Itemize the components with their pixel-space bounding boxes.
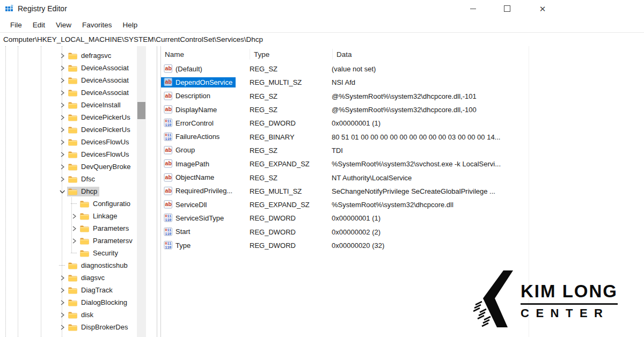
tree-item-deviceassociat[interactable]: DeviceAssociat [0, 86, 145, 99]
value-row-displayname[interactable]: abDisplayNameREG_SZ@%SystemRoot%\system3… [161, 103, 644, 116]
chevron-right-icon[interactable] [57, 127, 67, 133]
value-name[interactable]: abObjectName [161, 173, 217, 183]
value-row-type[interactable]: 011110TypeREG_DWORD0x00000020 (32) [161, 239, 644, 252]
chevron-right-icon[interactable] [57, 90, 67, 96]
tree-item-parametersv[interactable]: Parametersv [0, 235, 145, 247]
tree-item-devicesflowus[interactable]: DevicesFlowUs [0, 148, 145, 160]
value-name[interactable]: abServiceDll [161, 200, 210, 210]
value-name[interactable]: abDependOnService [161, 77, 236, 87]
value-name[interactable]: 011110ServiceSidType [161, 213, 227, 223]
tree-item-diagsvc[interactable]: diagsvc [0, 272, 145, 284]
value-row-description[interactable]: abDescriptionREG_SZ@%SystemRoot%\system3… [161, 90, 644, 103]
chevron-down-icon[interactable] [57, 188, 67, 195]
tree-item-linkage[interactable]: Linkage [0, 210, 145, 222]
menu-help[interactable]: Help [118, 19, 143, 31]
value-row-dependonservice[interactable]: abDependOnServiceREG_MULTI_SZNSI Afd [161, 76, 644, 89]
value-row--default-[interactable]: ab(Default)REG_SZ(value not set) [161, 62, 644, 76]
value-name[interactable]: 011110Type [161, 240, 194, 251]
address-bar[interactable]: Computer\HKEY_LOCAL_MACHINE\SYSTEM\Curre… [0, 32, 644, 47]
menu-edit[interactable]: Edit [27, 19, 50, 31]
tree-item-devquerybroke[interactable]: DevQueryBroke [0, 160, 145, 173]
folder-icon [68, 101, 77, 109]
value-row-servicesidtype[interactable]: 011110ServiceSidTypeREG_DWORD0x00000001 … [161, 211, 644, 225]
maximize-button[interactable] [498, 0, 516, 17]
folder-icon [68, 175, 77, 183]
value-data: 0x00000002 (2) [332, 228, 644, 236]
tree-item-deviceinstall[interactable]: DeviceInstall [0, 99, 145, 111]
column-header-data[interactable]: Data [333, 49, 644, 60]
value-type: REG_MULTI_SZ [250, 78, 332, 86]
chevron-right-icon[interactable] [57, 176, 67, 182]
value-data: TDI [332, 146, 644, 155]
tree-item-defragsvc[interactable]: defragsvc [0, 49, 145, 62]
chevron-right-icon[interactable] [57, 114, 67, 121]
chevron-right-icon[interactable] [57, 275, 67, 281]
value-row-requiredprivileg-[interactable]: abRequiredPrivileg...REG_MULTI_SZSeChang… [161, 185, 644, 198]
value-row-objectname[interactable]: abObjectNameREG_SZNT Authority\LocalServ… [161, 171, 644, 184]
value-row-failureactions[interactable]: 011110FailureActionsREG_BINARY80 51 01 0… [161, 130, 644, 143]
value-data: 0x00000001 (1) [332, 119, 644, 127]
minimize-button[interactable] [464, 0, 482, 17]
tree-item-deviceassociat[interactable]: DeviceAssociat [0, 62, 145, 74]
registry-editor-window: Registry Editor ✕ File Edit View Favorit… [0, 0, 644, 337]
value-row-start[interactable]: 011110StartREG_DWORD0x00000002 (2) [161, 225, 644, 239]
column-header-name[interactable]: Name [161, 49, 250, 60]
tree-item-devicepickerus[interactable]: DevicePickerUs [0, 123, 145, 136]
value-name[interactable]: 011110Start [161, 227, 193, 237]
value-name[interactable]: ab(Default) [161, 64, 206, 74]
chevron-right-icon[interactable] [57, 312, 67, 318]
value-name[interactable]: abDisplayName [161, 105, 220, 115]
chevron-right-icon[interactable] [69, 238, 79, 244]
chevron-right-icon[interactable] [57, 102, 67, 108]
tree-item-disk[interactable]: disk [0, 309, 145, 321]
menu-file[interactable]: File [5, 19, 27, 31]
tree-scrollbar-thumb[interactable] [137, 102, 145, 119]
chevron-right-icon[interactable] [69, 225, 79, 232]
column-header-type[interactable]: Type [250, 49, 333, 60]
tree-item-dialogblocking[interactable]: DialogBlocking [0, 296, 145, 309]
svg-text:110: 110 [165, 246, 172, 250]
tree-item-configuratio[interactable]: Configuratio [0, 197, 145, 210]
values-rows: ab(Default)REG_SZ(value not set)abDepend… [161, 62, 644, 252]
chevron-right-icon[interactable] [57, 324, 67, 331]
chevron-right-icon[interactable] [69, 213, 79, 219]
tree-item-label: diagsvc [80, 273, 107, 283]
tree-item-label: Dhcp [80, 187, 99, 196]
value-name[interactable]: abGroup [161, 145, 198, 156]
tree-item-dispbrokerdes[interactable]: DispBrokerDes [0, 321, 145, 333]
value-name[interactable]: 011110ErrorControl [161, 118, 217, 128]
tree-item-dfsc[interactable]: Dfsc [0, 173, 145, 185]
tree-item-deviceassociat[interactable]: DeviceAssociat [0, 74, 145, 86]
tree-item-label: DeviceAssociat [80, 63, 131, 73]
tree-item-dhcp[interactable]: Dhcp [0, 185, 145, 197]
close-button[interactable]: ✕ [533, 0, 552, 17]
chevron-right-icon[interactable] [57, 53, 67, 59]
tree-item-label: Dfsc [80, 174, 97, 184]
chevron-right-icon[interactable] [57, 65, 67, 71]
value-row-servicedll[interactable]: abServiceDllREG_EXPAND_SZ%SystemRoot%\sy… [161, 198, 644, 211]
tree-scrollbar[interactable] [137, 46, 146, 337]
chevron-right-icon[interactable] [57, 287, 67, 294]
panel-splitter[interactable] [157, 46, 161, 337]
chevron-right-icon[interactable] [57, 77, 67, 84]
chevron-right-icon[interactable] [57, 299, 67, 306]
value-name[interactable]: abImagePath [161, 159, 213, 169]
menu-favorites[interactable]: Favorites [77, 19, 118, 31]
chevron-right-icon[interactable] [57, 164, 67, 170]
tree-item-devicesflowus[interactable]: DevicesFlowUs [0, 136, 145, 148]
value-name[interactable]: abDescription [161, 91, 214, 101]
tree-item-parameters[interactable]: Parameters [0, 222, 145, 235]
value-name[interactable]: 011110FailureActions [161, 132, 223, 142]
value-row-imagepath[interactable]: abImagePathREG_EXPAND_SZ%SystemRoot%\sys… [161, 157, 644, 171]
tree-item-diagnosticshub[interactable]: diagnosticshub [0, 259, 145, 272]
tree-item-devicepickerus[interactable]: DevicePickerUs [0, 111, 145, 123]
tree-item-diagtrack[interactable]: DiagTrack [0, 284, 145, 296]
value-name[interactable]: abRequiredPrivileg... [161, 186, 236, 196]
value-row-errorcontrol[interactable]: 011110ErrorControlREG_DWORD0x00000001 (1… [161, 116, 644, 130]
string-value-icon: ab [164, 146, 173, 155]
value-row-group[interactable]: abGroupREG_SZTDI [161, 144, 644, 157]
chevron-right-icon[interactable] [57, 139, 67, 145]
menu-view[interactable]: View [50, 19, 77, 31]
tree-item-security[interactable]: Security [0, 247, 145, 259]
chevron-right-icon[interactable] [57, 151, 67, 158]
